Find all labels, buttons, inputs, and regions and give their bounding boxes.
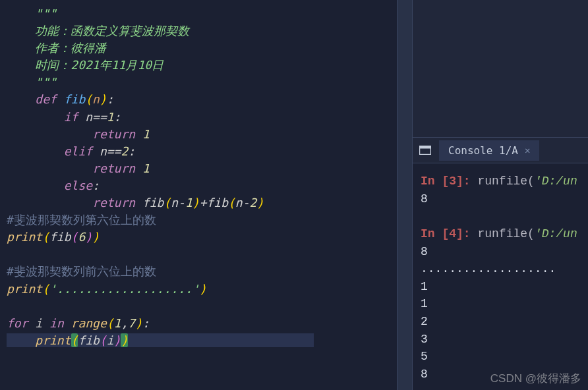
kw-elif: elif — [64, 144, 92, 158]
code-content: """ 功能：函数定义算斐波那契数 作者：彼得潘 时间：2021年11月10日 … — [7, 5, 390, 349]
console-line: 2 — [421, 313, 580, 331]
code-editor[interactable]: """ 功能：函数定义算斐波那契数 作者：彼得潘 时间：2021年11月10日 … — [0, 0, 397, 390]
kw-if: if — [64, 110, 78, 124]
console-line: 8 — [421, 366, 580, 383]
svg-rect-1 — [420, 146, 431, 149]
console-line: 8 — [421, 190, 580, 208]
console-line: 5 — [421, 348, 580, 366]
console-line: ................... — [421, 260, 580, 278]
right-top-panel — [413, 0, 588, 137]
console-output[interactable]: In [3]: runfile('D:/un8 In [4]: runfile(… — [413, 163, 588, 390]
comment: #斐波那契数列第六位上的数 — [7, 213, 156, 227]
console-line: 8 — [421, 243, 580, 261]
docstring-line: 时间：2021年11月10日 — [35, 58, 163, 72]
kw-else: else — [64, 179, 92, 192]
docstring-close: """ — [35, 75, 57, 89]
console-line: 1 — [421, 278, 580, 296]
panel-icon — [419, 146, 431, 155]
console-line: In [4]: runfile('D:/un — [421, 225, 580, 243]
pane-splitter[interactable] — [397, 0, 413, 390]
kw-in: in — [49, 316, 64, 330]
docstring-open: """ — [35, 7, 57, 20]
comment: #斐波那契数列前六位上的数 — [7, 264, 156, 278]
close-icon[interactable]: ✕ — [525, 145, 530, 155]
console-tab[interactable]: Console 1/A ✕ — [439, 140, 539, 161]
print-call: print — [7, 230, 42, 244]
right-panel: Console 1/A ✕ In [3]: runfile('D:/un8 In… — [413, 0, 588, 390]
kw-return: return — [92, 127, 135, 141]
kw-for: for — [7, 316, 28, 330]
docstring-line: 功能：函数定义算斐波那契数 — [35, 24, 189, 38]
console-line: In [3]: runfile('D:/un — [421, 173, 580, 190]
console-panel-icon[interactable] — [417, 142, 434, 159]
console-line: 1 — [421, 295, 580, 313]
console-tab-label: Console 1/A — [448, 144, 518, 157]
console-tabbar: Console 1/A ✕ — [413, 137, 588, 163]
kw-def: def — [35, 92, 57, 106]
console-line: 3 — [421, 331, 580, 348]
func-name: fib — [64, 92, 86, 106]
docstring-line: 作者：彼得潘 — [35, 41, 106, 55]
